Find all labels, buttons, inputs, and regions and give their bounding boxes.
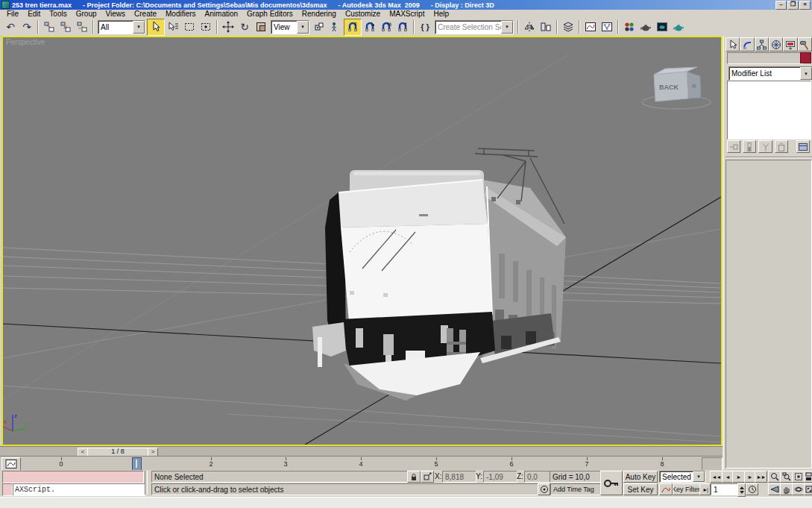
percent-snap-toggle-button[interactable]: %: [378, 19, 394, 35]
layer-manager-button[interactable]: [560, 19, 576, 35]
absolute-offset-mode-toggle[interactable]: [421, 471, 434, 483]
time-slider[interactable]: < 1 / 8 >: [0, 446, 723, 457]
show-end-result-button[interactable]: [743, 140, 756, 153]
zoom-all-button[interactable]: [780, 471, 793, 483]
add-time-tag-field[interactable]: Add Time Tag: [550, 483, 603, 495]
select-and-scale-button[interactable]: [253, 19, 269, 35]
time-configuration-button[interactable]: [746, 483, 758, 495]
next-frame-button[interactable]: ►: [744, 471, 755, 483]
tab-display[interactable]: [783, 37, 797, 51]
z-coordinate-field[interactable]: 0,0: [524, 471, 553, 483]
menu-rendering[interactable]: Rendering: [298, 10, 341, 18]
auto-key-button[interactable]: Auto Key: [623, 471, 658, 483]
bind-to-space-warp-button[interactable]: [74, 19, 90, 35]
select-and-manipulate-button[interactable]: [327, 19, 344, 35]
communications-center-button[interactable]: [538, 483, 550, 495]
schematic-view-button[interactable]: [599, 19, 615, 35]
menu-group[interactable]: Group: [72, 10, 101, 18]
minimize-button[interactable]: –: [775, 1, 787, 10]
align-button[interactable]: [538, 19, 554, 35]
redo-button[interactable]: ↷: [19, 19, 35, 35]
go-to-start-button[interactable]: ◄◄: [710, 471, 723, 483]
menu-animation[interactable]: Animation: [201, 10, 242, 18]
tab-create[interactable]: [726, 37, 740, 51]
menu-modifiers[interactable]: Modifiers: [161, 10, 201, 18]
selection-filter-dropdown[interactable]: All▼: [98, 20, 145, 34]
tab-motion[interactable]: [769, 37, 783, 51]
menu-views[interactable]: Views: [101, 10, 130, 18]
menu-customize[interactable]: Customize: [341, 10, 385, 18]
remove-modifier-button[interactable]: [775, 140, 788, 153]
material-editor-button[interactable]: [621, 19, 638, 35]
train-model[interactable]: [312, 148, 566, 401]
go-to-end-button[interactable]: ►►: [755, 471, 767, 483]
undo-button[interactable]: ↶: [2, 19, 19, 35]
frame-spinner[interactable]: [737, 483, 746, 497]
previous-frame-button[interactable]: ◄: [722, 471, 733, 483]
set-key-button[interactable]: Set Key: [623, 483, 658, 495]
menu-create[interactable]: Create: [130, 10, 161, 18]
unlink-selection-button[interactable]: [57, 19, 74, 35]
object-color-swatch[interactable]: [800, 52, 811, 63]
maximize-viewport-toggle-button[interactable]: [804, 483, 812, 495]
tab-modify[interactable]: [740, 37, 754, 51]
menu-tools[interactable]: Tools: [45, 10, 71, 18]
default-key-tangent-button[interactable]: [659, 483, 673, 495]
maxscript-mini-listener-input[interactable]: AXScript.: [13, 483, 145, 496]
open-mini-curve-editor-button[interactable]: [1, 457, 21, 471]
current-frame-indicator[interactable]: [132, 457, 142, 471]
y-coordinate-field[interactable]: -1,09: [483, 471, 517, 483]
selection-lock-toggle[interactable]: [407, 471, 421, 483]
viewcube[interactable]: BACK R: [642, 67, 711, 109]
play-animation-button[interactable]: ►: [732, 471, 745, 483]
reference-coordinate-system-dropdown[interactable]: View▼: [271, 20, 309, 34]
field-of-view-button[interactable]: [768, 483, 781, 495]
modifier-stack-list[interactable]: [727, 81, 811, 139]
select-by-name-button[interactable]: [165, 19, 181, 35]
named-selection-set-dropdown[interactable]: Create Selection Set▼: [435, 20, 514, 34]
key-filter-selected-dropdown[interactable]: Selected▼: [659, 471, 705, 483]
menu-maxscript[interactable]: MAXScript: [385, 10, 429, 18]
angle-snap-toggle-button[interactable]: [362, 19, 378, 35]
use-pivot-point-center-button[interactable]: [311, 19, 327, 35]
zoom-extents-all-button[interactable]: [804, 471, 812, 483]
title-bar[interactable]: 253 tren tierra.max - Project Folder: C:…: [0, 0, 812, 10]
configure-modifier-sets-button[interactable]: [796, 140, 810, 153]
object-name-field[interactable]: [727, 52, 803, 64]
mirror-button[interactable]: [521, 19, 538, 35]
menu-file[interactable]: File: [2, 10, 23, 18]
x-coordinate-field[interactable]: 8,818: [442, 471, 476, 483]
key-mode-toggle-button[interactable]: ►|: [699, 483, 711, 495]
named-selection-sets-button[interactable]: { }: [417, 19, 433, 35]
pan-view-button[interactable]: [780, 483, 793, 495]
maxscript-mini-listener-output[interactable]: [2, 471, 144, 483]
select-and-move-button[interactable]: [220, 19, 236, 35]
render-setup-button[interactable]: [638, 19, 654, 35]
set-keys-button[interactable]: [600, 471, 623, 495]
select-and-link-button[interactable]: [41, 19, 57, 35]
make-unique-button[interactable]: [758, 140, 772, 153]
rectangular-selection-region-button[interactable]: [181, 19, 198, 35]
viewport-label[interactable]: Perspective: [6, 38, 45, 46]
menu-graph-editors[interactable]: Graph Editors: [242, 10, 298, 18]
tab-utilities[interactable]: [798, 37, 812, 51]
spinner-snap-toggle-button[interactable]: [394, 19, 411, 35]
menu-help[interactable]: Help: [429, 10, 453, 18]
restore-button[interactable]: ❐: [787, 1, 799, 10]
arc-rotate-button[interactable]: [792, 483, 805, 495]
close-button[interactable]: ×: [799, 1, 811, 10]
zoom-button[interactable]: [768, 471, 781, 483]
curve-editor-button[interactable]: [582, 19, 599, 35]
snaps-toggle-button[interactable]: 3: [344, 19, 362, 36]
select-and-rotate-button[interactable]: ↻: [236, 19, 253, 35]
tab-hierarchy[interactable]: [755, 37, 769, 51]
perspective-viewport[interactable]: Perspective: [1, 36, 723, 446]
quick-render-button[interactable]: [670, 19, 687, 35]
pin-stack-button[interactable]: [727, 140, 740, 153]
select-object-button[interactable]: [147, 19, 165, 36]
statusbar-splitter[interactable]: [145, 471, 148, 495]
menu-edit[interactable]: Edit: [23, 10, 45, 18]
rendered-frame-window-button[interactable]: [654, 19, 670, 35]
track-bar[interactable]: 0 1 2 3 4 5 6 7 8: [0, 456, 723, 471]
window-crossing-toggle-button[interactable]: [198, 19, 214, 35]
